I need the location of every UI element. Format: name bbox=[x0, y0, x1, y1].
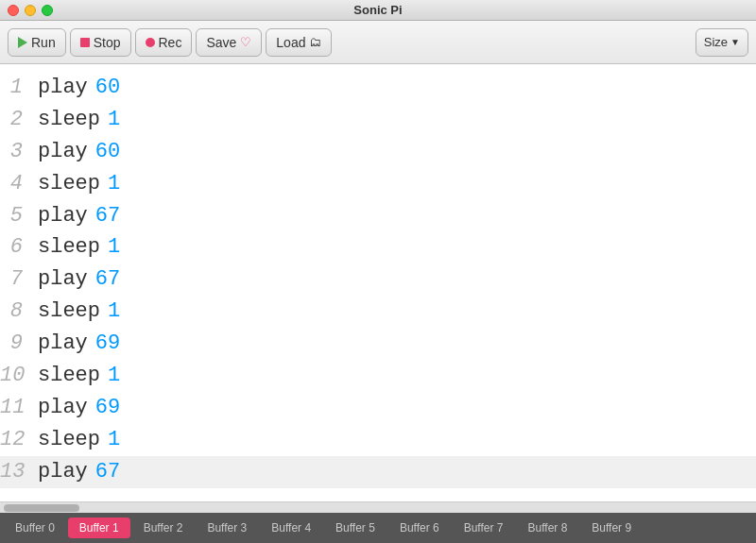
code-keyword: play bbox=[38, 264, 88, 295]
code-line: 4sleep1 bbox=[0, 168, 756, 200]
code-line: 2sleep1 bbox=[0, 104, 756, 136]
save-label: Save bbox=[206, 35, 236, 50]
code-number: 1 bbox=[108, 297, 120, 327]
buffer-tab[interactable]: Buffer 4 bbox=[260, 518, 322, 538]
load-button[interactable]: Load 🗂 bbox=[266, 28, 332, 57]
code-keyword: play bbox=[38, 73, 88, 103]
stop-icon bbox=[80, 38, 90, 47]
code-text: sleep1 bbox=[38, 297, 120, 327]
close-button[interactable] bbox=[8, 5, 19, 16]
buffer-tab[interactable]: Buffer 8 bbox=[517, 518, 579, 538]
title-bar: Sonic Pi bbox=[0, 0, 756, 21]
code-keyword: sleep bbox=[38, 425, 100, 455]
code-text: play67 bbox=[38, 201, 120, 231]
run-button[interactable]: Run bbox=[8, 28, 66, 57]
code-text: play69 bbox=[38, 393, 120, 423]
app-title: Sonic Pi bbox=[353, 3, 402, 17]
code-line: 12sleep1 bbox=[0, 424, 756, 456]
code-number: 69 bbox=[95, 393, 120, 423]
code-number: 1 bbox=[108, 232, 120, 263]
code-line: 1play60 bbox=[0, 72, 756, 104]
code-keyword: play bbox=[38, 393, 88, 423]
rec-label: Rec bbox=[159, 35, 182, 50]
code-keyword: play bbox=[38, 329, 88, 359]
code-text: sleep1 bbox=[38, 169, 120, 199]
code-line: 13play67 bbox=[0, 456, 756, 488]
buffer-tab[interactable]: Buffer 9 bbox=[580, 518, 643, 538]
code-keyword: sleep bbox=[38, 169, 100, 199]
code-keyword: sleep bbox=[38, 361, 100, 391]
line-number: 4 bbox=[0, 169, 38, 199]
buffer-tab[interactable]: Buffer 3 bbox=[196, 518, 258, 538]
code-text: play67 bbox=[38, 457, 120, 487]
code-line: 6sleep1 bbox=[0, 231, 756, 263]
code-keyword: play bbox=[38, 201, 88, 231]
code-line: 11play69 bbox=[0, 392, 756, 424]
code-line: 3play60 bbox=[0, 136, 756, 168]
window-controls bbox=[8, 5, 53, 16]
line-number: 11 bbox=[0, 393, 38, 423]
code-text: play60 bbox=[38, 73, 120, 103]
stop-button[interactable]: Stop bbox=[70, 28, 131, 57]
code-line: 5play67 bbox=[0, 200, 756, 232]
line-number: 8 bbox=[0, 297, 38, 327]
size-label: Size bbox=[704, 35, 728, 49]
editor-area: 1play602sleep13play604sleep15play676slee… bbox=[0, 64, 756, 501]
code-number: 1 bbox=[108, 425, 120, 455]
line-number: 2 bbox=[0, 105, 38, 135]
code-text: sleep1 bbox=[38, 425, 120, 455]
buffer-tab[interactable]: Buffer 2 bbox=[132, 518, 195, 538]
line-number: 3 bbox=[0, 137, 38, 167]
scrollbar-thumb[interactable] bbox=[4, 504, 79, 512]
code-editor[interactable]: 1play602sleep13play604sleep15play676slee… bbox=[0, 64, 756, 501]
chevron-icon: ▼ bbox=[730, 37, 740, 47]
code-keyword: sleep bbox=[38, 297, 100, 327]
rec-button[interactable]: Rec bbox=[135, 28, 193, 57]
line-number: 1 bbox=[0, 73, 38, 103]
code-text: play60 bbox=[38, 137, 120, 167]
toolbar: Run Stop Rec Save ♡ Load 🗂 Size ▼ bbox=[0, 21, 756, 64]
code-line: 9play69 bbox=[0, 328, 756, 360]
buffer-tabs: Buffer 0Buffer 1Buffer 2Buffer 3Buffer 4… bbox=[0, 513, 756, 543]
code-text: sleep1 bbox=[38, 232, 120, 263]
code-number: 1 bbox=[108, 105, 120, 135]
line-number: 6 bbox=[0, 232, 38, 263]
code-text: sleep1 bbox=[38, 361, 120, 391]
line-number: 5 bbox=[0, 201, 38, 231]
maximize-button[interactable] bbox=[42, 5, 53, 16]
code-number: 67 bbox=[95, 457, 120, 487]
code-keyword: sleep bbox=[38, 232, 100, 263]
code-keyword: play bbox=[38, 137, 88, 167]
stop-label: Stop bbox=[94, 35, 121, 50]
buffer-tab[interactable]: Buffer 0 bbox=[4, 518, 66, 538]
load-label: Load bbox=[276, 35, 305, 50]
line-number: 7 bbox=[0, 264, 38, 295]
save-button[interactable]: Save ♡ bbox=[196, 28, 262, 57]
code-line: 7play67 bbox=[0, 263, 756, 296]
code-number: 60 bbox=[95, 73, 120, 103]
line-number: 12 bbox=[0, 425, 38, 455]
code-number: 60 bbox=[95, 137, 120, 167]
code-number: 67 bbox=[95, 264, 120, 295]
code-text: sleep1 bbox=[38, 105, 120, 135]
buffer-tab[interactable]: Buffer 7 bbox=[453, 518, 515, 538]
size-button[interactable]: Size ▼ bbox=[696, 28, 748, 57]
buffer-tab[interactable]: Buffer 5 bbox=[324, 518, 387, 538]
rec-icon bbox=[146, 38, 155, 47]
buffer-tab[interactable]: Buffer 6 bbox=[388, 518, 451, 538]
heart-icon: ♡ bbox=[240, 35, 251, 49]
folder-icon: 🗂 bbox=[309, 35, 321, 49]
code-number: 69 bbox=[95, 329, 120, 359]
buffer-tab[interactable]: Buffer 1 bbox=[68, 518, 130, 538]
code-keyword: sleep bbox=[38, 105, 100, 135]
code-line: 10sleep1 bbox=[0, 360, 756, 392]
line-number: 10 bbox=[0, 361, 38, 391]
code-line: 8sleep1 bbox=[0, 296, 756, 328]
line-number: 13 bbox=[0, 457, 38, 487]
line-number: 9 bbox=[0, 329, 38, 359]
code-number: 1 bbox=[108, 361, 120, 391]
horizontal-scrollbar[interactable] bbox=[0, 501, 756, 513]
code-number: 1 bbox=[108, 169, 120, 199]
code-keyword: play bbox=[38, 457, 88, 487]
minimize-button[interactable] bbox=[25, 5, 36, 16]
